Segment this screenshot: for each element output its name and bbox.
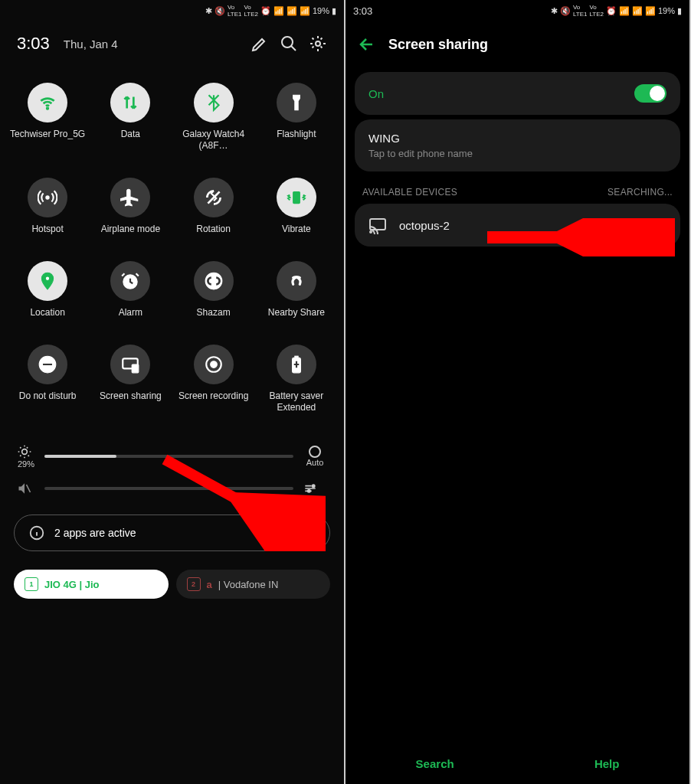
status-bar-right: 3:03 ✱ 🔇 VoLTE1 VoLTE2 ⏰ 📶 📶 📶 19% ▮ [346, 0, 689, 21]
qs-tile-bluetooth[interactable]: Galaxy Watch4 (A8F… [172, 74, 255, 168]
tile-label: Rotation [196, 224, 231, 235]
sim2-badge-text: a [207, 579, 212, 590]
alarm-icon: ⏰ [606, 6, 617, 16]
record-icon [194, 345, 234, 384]
qs-tile-location[interactable]: Location [6, 252, 89, 335]
qs-tile-nearby[interactable]: Nearby Share [255, 252, 338, 335]
volte-icon: VoLTE1 [228, 4, 242, 18]
tile-label: Screen sharing [100, 390, 162, 402]
battery-pct: 19% [313, 6, 329, 15]
brightness-row[interactable]: 29% Auto [0, 438, 344, 475]
section-label: AVAILABLE DEVICES [362, 187, 457, 198]
wifi-icon: 📶 [619, 6, 630, 16]
qs-tile-wifi[interactable]: Techwiser Pro_5G [6, 74, 89, 168]
settings-icon[interactable] [309, 34, 327, 53]
tile-label: Galaxy Watch4 (A8F… [175, 129, 252, 152]
device-row-octopus[interactable]: octopus-2 [355, 204, 680, 247]
qs-tile-data[interactable]: Data [89, 74, 172, 168]
sim1-chip[interactable]: 1 JIO 4G | Jio [14, 570, 169, 599]
tile-label: Data [121, 129, 140, 140]
flashlight-icon [277, 83, 316, 122]
qs-tile-hotspot[interactable]: Hotspot [6, 168, 89, 252]
edit-icon[interactable] [251, 34, 269, 53]
data-icon [110, 83, 150, 122]
sound-settings-icon[interactable] [303, 481, 327, 496]
rotation-icon [194, 178, 234, 217]
volume-icon [17, 481, 35, 496]
sim2-chip[interactable]: 2 a | Vodafone IN [176, 570, 331, 599]
bottom-actions: Search Help [346, 757, 689, 770]
svg-point-19 [313, 485, 315, 487]
svg-point-3 [46, 196, 49, 199]
bluetooth-icon: ✱ [551, 6, 558, 16]
tile-label: Vibrate [282, 224, 311, 235]
device-name: octopus-2 [399, 219, 450, 232]
nearby-icon [277, 261, 316, 301]
battery-icon: ▮ [332, 6, 336, 16]
searching-label: SEARCHING... [607, 187, 673, 198]
svg-point-1 [316, 41, 320, 46]
status-time: 3:03 [353, 5, 372, 17]
signal2-icon: 📶 [300, 6, 310, 16]
sim1-icon: 1 [25, 577, 38, 591]
dnd-icon [28, 345, 67, 384]
svg-point-20 [308, 490, 310, 492]
battery-icon [277, 345, 316, 384]
back-button[interactable] [358, 35, 376, 54]
tile-label: Nearby Share [268, 307, 325, 318]
shazam-icon [194, 261, 234, 301]
location-icon [28, 261, 67, 301]
volume-slider[interactable] [44, 487, 293, 490]
qs-tile-shazam[interactable]: Shazam [172, 252, 255, 335]
battery-pct-right: 19% [658, 6, 675, 15]
svg-rect-12 [133, 364, 139, 373]
date: Thu, Jan 4 [64, 38, 240, 51]
status-icons-right: ✱ 🔇 VoLTE1 VoLTE2 ⏰ 📶 📶 📶 19% ▮ [551, 4, 682, 18]
battery-icon: ▮ [677, 6, 682, 16]
qs-tile-record[interactable]: Screen recording [172, 335, 255, 430]
svg-rect-16 [295, 356, 298, 358]
qs-tile-airplane[interactable]: Airplane mode [89, 168, 172, 252]
cast-icon [368, 216, 387, 234]
svg-point-2 [47, 107, 49, 109]
bluetooth-icon [194, 83, 234, 122]
volte2-icon: VoLTE2 [244, 4, 258, 18]
qs-tiles-grid: Techwiser Pro_5GDataGalaxy Watch4 (A8F…F… [0, 66, 344, 438]
qs-tile-dnd[interactable]: Do not disturb [6, 335, 89, 430]
volume-row[interactable] [0, 475, 344, 502]
cast-icon [110, 345, 150, 384]
screen-sharing-header: Screen sharing [346, 21, 689, 67]
tile-label: Alarm [119, 307, 142, 318]
on-toggle-card[interactable]: On [355, 72, 680, 115]
brightness-slider[interactable] [44, 455, 293, 458]
phone-name-card[interactable]: WING Tap to edit phone name [355, 119, 680, 172]
tile-label: Screen recording [178, 390, 248, 402]
auto-brightness[interactable]: Auto [303, 446, 327, 467]
search-icon[interactable] [280, 34, 298, 53]
qs-tile-flashlight[interactable]: Flashlight [255, 74, 338, 168]
qs-tile-rotation[interactable]: Rotation [172, 168, 255, 252]
mute-icon: 🔇 [560, 6, 571, 16]
on-toggle[interactable] [634, 84, 666, 103]
brightness-icon: 29% [17, 444, 35, 469]
screen-sharing-screen: 3:03 ✱ 🔇 VoLTE1 VoLTE2 ⏰ 📶 📶 📶 19% ▮ Scr… [346, 0, 689, 784]
qs-tile-vibrate[interactable]: Vibrate [255, 168, 338, 252]
wifi-icon: 📶 [273, 6, 284, 16]
qs-tile-alarm[interactable]: Alarm [89, 252, 172, 335]
search-button[interactable]: Search [416, 757, 454, 770]
svg-point-6 [45, 276, 49, 280]
signal1-icon: 📶 [632, 6, 643, 16]
quick-settings-screen: ✱ 🔇 VoLTE1 VoLTE2 ⏰ 📶 📶 📶 19% ▮ 3:03 Thu… [0, 0, 344, 784]
tile-label: Do not disturb [19, 390, 77, 402]
active-apps-button[interactable]: 2 apps are active › [14, 514, 330, 551]
tile-label: Techwiser Pro_5G [10, 129, 85, 140]
vibrate-icon [277, 178, 316, 217]
bluetooth-icon: ✱ [205, 6, 212, 16]
sim2-label: | Vodafone IN [218, 579, 279, 590]
qs-tile-cast[interactable]: Screen sharing [89, 335, 172, 430]
clock: 3:03 [17, 34, 50, 54]
phone-name-hint: Tap to edit phone name [368, 148, 666, 159]
svg-point-0 [282, 37, 293, 47]
qs-tile-battery[interactable]: Battery saver Extended [255, 335, 338, 430]
help-button[interactable]: Help [594, 757, 620, 770]
